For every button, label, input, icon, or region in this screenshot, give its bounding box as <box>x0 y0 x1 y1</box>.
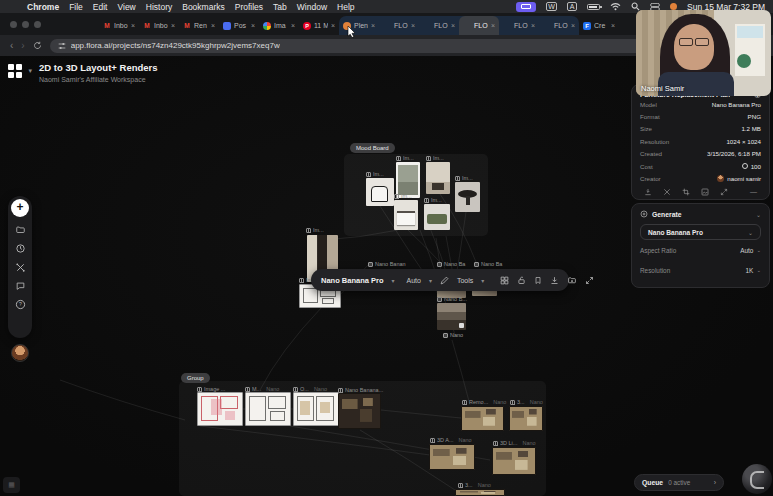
tab-flora-active[interactable]: FLO × <box>459 16 499 35</box>
menu-help[interactable]: Help <box>337 2 354 12</box>
node-label[interactable]: Im... <box>366 171 384 177</box>
moodboard-image-table[interactable] <box>455 182 480 212</box>
tab-close-icon[interactable]: × <box>131 22 135 29</box>
menu-window[interactable]: Window <box>297 2 327 12</box>
render-node-top[interactable] <box>338 393 381 429</box>
wifi-icon[interactable] <box>610 2 621 11</box>
tab-close-icon[interactable]: × <box>411 22 415 29</box>
node-label[interactable]: 3D A... Nano <box>430 437 472 443</box>
node-label[interactable]: Nano B... <box>437 296 467 302</box>
word-status-icon[interactable]: W <box>546 2 558 11</box>
more-icon[interactable]: — <box>750 188 757 195</box>
chevron-up-icon[interactable]: ⌄ <box>756 211 761 218</box>
node-label[interactable]: 3D Li... Nano <box>493 440 536 446</box>
tab-flora-1[interactable]: FLO × <box>379 16 419 35</box>
tab-close-icon[interactable]: × <box>571 22 575 29</box>
expand-icon[interactable] <box>720 188 728 196</box>
menu-tab[interactable]: Tab <box>273 2 287 12</box>
menubar-app-icon[interactable] <box>670 3 677 10</box>
split-icon[interactable] <box>663 188 671 196</box>
aspect-ratio-row[interactable]: Aspect Ratio Auto⌄ <box>640 240 761 260</box>
queue-status[interactable]: Queue 0 active › <box>634 474 724 491</box>
menu-view[interactable]: View <box>117 2 135 12</box>
node-label[interactable]: Im... <box>306 227 324 233</box>
webcam-overlay[interactable]: Naomi Samir <box>636 10 771 96</box>
user-avatar[interactable] <box>11 344 29 362</box>
reload-icon[interactable] <box>33 41 42 50</box>
scissors-icon[interactable] <box>15 262 26 273</box>
tab-close-icon[interactable]: × <box>611 22 615 29</box>
mode-selector[interactable]: Auto <box>407 277 421 284</box>
tune-icon[interactable] <box>58 42 66 50</box>
menu-bookmarks[interactable]: Bookmarks <box>182 2 225 12</box>
tab-close-icon[interactable]: × <box>451 22 455 29</box>
search-icon[interactable] <box>631 2 640 11</box>
moodboard-image-bed[interactable] <box>394 200 418 230</box>
node-label[interactable]: Im... <box>424 197 442 203</box>
project-title[interactable]: 2D to 3D Layout+ Renders <box>39 62 158 73</box>
tab-inbox-1[interactable]: M Inbo × <box>99 16 139 35</box>
node-label[interactable]: Nano Ba <box>437 261 465 267</box>
menu-profiles[interactable]: Profiles <box>235 2 263 12</box>
back-icon[interactable]: ‹ <box>10 41 13 51</box>
menu-edit[interactable]: Edit <box>93 2 108 12</box>
crop-icon[interactable] <box>682 188 690 196</box>
add-to-folder-icon[interactable] <box>567 276 577 285</box>
download-icon[interactable] <box>644 188 652 196</box>
tab-flora-2[interactable]: FLO × <box>419 16 459 35</box>
tab-plen[interactable]: Plen × <box>339 16 379 35</box>
history-icon[interactable] <box>15 243 26 254</box>
node-label[interactable]: Nano <box>443 332 463 338</box>
download-icon[interactable] <box>550 276 559 285</box>
tab-ima[interactable]: Ima × <box>259 16 299 35</box>
battery-icon[interactable] <box>587 4 600 10</box>
node-label[interactable]: Im... <box>396 155 414 161</box>
pen-icon[interactable] <box>440 276 449 285</box>
chevron-down-icon[interactable]: ▾ <box>392 277 395 284</box>
node-label[interactable]: Im... <box>426 155 444 161</box>
tab-ren[interactable]: M Ren × <box>179 16 219 35</box>
menu-history[interactable]: History <box>146 2 172 12</box>
node-label[interactable]: Nano Ba <box>474 261 502 267</box>
a-status-icon[interactable]: A <box>567 2 577 11</box>
mood-board-label[interactable]: Mood Board <box>350 143 395 153</box>
window-controls[interactable] <box>0 13 49 35</box>
menu-chrome[interactable]: Chrome <box>27 2 59 12</box>
moodboard-image-chair[interactable] <box>366 178 394 206</box>
tab-close-icon[interactable]: × <box>211 22 215 29</box>
render-node-remo[interactable] <box>461 406 504 431</box>
tab-close-icon[interactable]: × <box>531 22 535 29</box>
tab-flora-5[interactable]: FLO × <box>539 16 579 35</box>
chevron-down-icon[interactable]: ▾ <box>429 277 432 284</box>
tab-close-icon[interactable]: × <box>491 22 495 29</box>
floorplan-node-3[interactable] <box>293 392 339 426</box>
folder-icon[interactable] <box>15 225 26 235</box>
expand-icon[interactable] <box>585 276 594 285</box>
tab-close-icon[interactable]: × <box>171 22 175 29</box>
lock-icon[interactable] <box>517 276 526 285</box>
tab-close-icon[interactable]: × <box>251 22 255 29</box>
model-selector[interactable]: Nano Banana Pro <box>321 276 384 285</box>
help-icon[interactable]: ? <box>15 299 26 310</box>
render-node-3d-a[interactable] <box>429 444 475 470</box>
tab-pinterest[interactable]: P 11 M × <box>299 16 339 35</box>
tools-menu[interactable]: Tools <box>457 277 473 284</box>
floorplan-node-2[interactable] <box>245 392 291 426</box>
moodboard-image-sofa[interactable] <box>424 204 450 230</box>
node-label[interactable]: Im... <box>455 175 473 181</box>
chevron-down-icon[interactable]: ▾ <box>29 67 33 75</box>
moodboard-image-dining[interactable] <box>426 162 450 194</box>
resolution-row[interactable]: Resolution 1K⌄ <box>640 260 761 280</box>
canvas-corner-button[interactable]: ▦ <box>3 477 20 493</box>
forward-icon[interactable]: › <box>21 41 24 51</box>
tab-inbox-2[interactable]: M Inbo × <box>139 16 179 35</box>
tab-close-icon[interactable]: × <box>371 22 375 29</box>
node-label[interactable]: 3... Nano <box>510 399 543 405</box>
flora-logo[interactable] <box>8 64 22 78</box>
tab-close-icon[interactable]: × <box>331 22 335 29</box>
bookmark-icon[interactable] <box>534 276 542 285</box>
node-label[interactable]: Im... <box>394 193 412 199</box>
image-icon[interactable] <box>701 188 709 196</box>
tab-close-icon[interactable]: × <box>291 22 295 29</box>
bottom-group-label[interactable]: Group <box>181 373 210 383</box>
